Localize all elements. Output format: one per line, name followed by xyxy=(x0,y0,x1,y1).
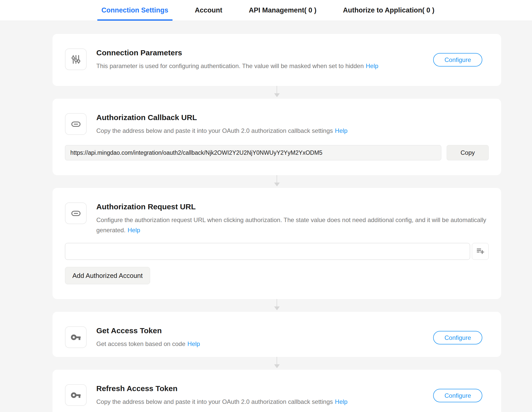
key-icon xyxy=(65,384,87,406)
configure-get-access-token-button[interactable]: Configure xyxy=(433,331,482,344)
card-title: Authorization Request URL xyxy=(96,202,489,211)
card-authorization-request-url: Authorization Request URL Configure the … xyxy=(52,188,501,299)
card-title: Get Access Token xyxy=(96,326,433,335)
flow-arrow-connector xyxy=(52,357,501,370)
sliders-icon xyxy=(65,48,87,70)
key-icon xyxy=(65,326,87,348)
link-icon xyxy=(65,202,87,224)
tab-authorize-to-application[interactable]: Authorize to Application( 0 ) xyxy=(339,0,438,21)
arrow-down-icon xyxy=(274,364,280,368)
insert-parameter-button[interactable] xyxy=(472,243,489,260)
card-description: Configure the authorization request URL … xyxy=(96,216,486,234)
link-icon xyxy=(65,113,87,135)
help-link[interactable]: Help xyxy=(335,127,348,134)
card-get-access-token: Get Access Token Get access token based … xyxy=(52,312,501,357)
card-title: Refresh Access Token xyxy=(96,384,433,393)
configure-connection-parameters-button[interactable]: Configure xyxy=(433,53,482,67)
arrow-down-icon xyxy=(274,93,280,97)
card-authorization-callback-url: Authorization Callback URL Copy the addr… xyxy=(52,99,501,175)
flow-arrow-connector xyxy=(52,175,501,188)
arrow-down-icon xyxy=(274,183,280,186)
copy-button[interactable]: Copy xyxy=(447,145,489,160)
help-link[interactable]: Help xyxy=(128,227,140,234)
tab-account[interactable]: Account xyxy=(191,0,227,21)
tab-connection-settings[interactable]: Connection Settings xyxy=(97,0,172,21)
configure-refresh-access-token-button[interactable]: Configure xyxy=(433,389,482,402)
card-title: Authorization Callback URL xyxy=(96,113,489,122)
flow-arrow-connector xyxy=(52,299,501,312)
arrow-down-icon xyxy=(274,306,280,310)
flow-arrow-connector xyxy=(52,86,501,99)
help-link[interactable]: Help xyxy=(188,340,200,347)
card-description: Get access token based on code xyxy=(96,340,185,347)
request-url-input[interactable] xyxy=(65,243,470,260)
card-description: This parameter is used for configuring a… xyxy=(96,62,364,69)
playlist-add-icon xyxy=(476,246,485,256)
card-title: Connection Parameters xyxy=(96,48,433,57)
card-refresh-access-token: Refresh Access Token Copy the address be… xyxy=(52,370,501,412)
add-authorized-account-button[interactable]: Add Authorized Account xyxy=(65,267,150,284)
callback-url-input[interactable] xyxy=(65,145,441,160)
card-description: Copy the address below and paste it into… xyxy=(96,127,333,134)
card-description: Copy the address below and paste it into… xyxy=(96,398,333,405)
help-link[interactable]: Help xyxy=(335,398,348,405)
tab-bar: Connection Settings Account API Manageme… xyxy=(0,0,532,21)
tab-api-management[interactable]: API Management( 0 ) xyxy=(245,0,321,21)
card-connection-parameters: Connection Parameters This parameter is … xyxy=(52,34,501,86)
settings-content: Connection Parameters This parameter is … xyxy=(52,21,501,412)
help-link[interactable]: Help xyxy=(366,62,378,69)
